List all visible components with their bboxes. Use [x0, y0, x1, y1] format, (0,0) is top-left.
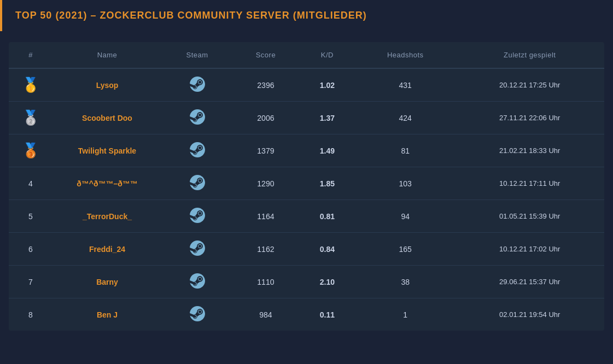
table-header-row: # Name Steam Score K/D Headshots Zuletzt… — [9, 42, 604, 68]
steam-cell[interactable] — [162, 298, 232, 331]
steam-cell[interactable] — [162, 167, 232, 200]
headshots-cell: 165 — [355, 233, 456, 266]
headshots-cell: 81 — [355, 134, 456, 167]
table-row: 4ð™^ð™™–ð™™ 12901.8510310.12.21 17:11 Uh… — [9, 167, 604, 200]
steam-icon — [190, 273, 205, 289]
rank-cell: 7 — [9, 266, 52, 298]
kd-cell: 1.37 — [299, 102, 355, 134]
col-kd: K/D — [299, 42, 355, 68]
score-cell: 1290 — [232, 167, 299, 200]
player-name[interactable]: Scoobert Doo — [52, 102, 162, 134]
table-row: 6Freddi_24 11620.8416510.12.21 17:02 Uhr — [9, 233, 604, 266]
steam-cell[interactable] — [162, 200, 232, 233]
kd-cell: 0.11 — [299, 298, 355, 331]
col-headshots: Headshots — [355, 42, 456, 68]
player-name[interactable]: Barny — [52, 266, 162, 298]
col-last-played: Zuletzt gespielt — [455, 42, 604, 68]
steam-cell[interactable] — [162, 102, 232, 134]
col-name: Name — [52, 42, 162, 68]
steam-icon — [190, 306, 205, 321]
score-cell: 1379 — [232, 134, 299, 167]
rank-cell: 🥉 — [9, 134, 52, 167]
kd-cell: 1.85 — [299, 167, 355, 200]
rank-cell: 4 — [9, 167, 52, 200]
last-played-cell: 21.02.21 18:33 Uhr — [455, 134, 604, 167]
headshots-cell: 431 — [355, 68, 456, 102]
table-row: 7Barny 11102.103829.06.21 15:37 Uhr — [9, 266, 604, 298]
table-wrapper: # Name Steam Score K/D Headshots Zuletzt… — [9, 42, 604, 331]
score-cell: 1110 — [232, 266, 299, 298]
kd-cell: 1.49 — [299, 134, 355, 167]
player-name[interactable]: Lysop — [52, 68, 162, 102]
table-row: 5_TerrorDuck_ 11640.819401.05.21 15:39 U… — [9, 200, 604, 233]
col-rank: # — [9, 42, 52, 68]
table-row: 🥇Lysop 23961.0243120.12.21 17:25 Uhr — [9, 68, 604, 102]
rank-cell: 6 — [9, 233, 52, 266]
headshots-cell: 1 — [355, 298, 456, 331]
steam-icon — [190, 175, 205, 190]
col-score: Score — [232, 42, 299, 68]
player-name[interactable]: Freddi_24 — [52, 233, 162, 266]
table-row: 8Ben J 9840.11102.01.21 19:54 Uhr — [9, 298, 604, 331]
last-played-cell: 02.01.21 19:54 Uhr — [455, 298, 604, 331]
score-cell: 1164 — [232, 200, 299, 233]
medal-gold-icon: 🥇 — [22, 77, 39, 93]
steam-icon — [190, 208, 205, 223]
kd-cell: 0.81 — [299, 200, 355, 233]
player-name[interactable]: ð™^ð™™–ð™™ — [52, 167, 162, 200]
player-name[interactable]: Ben J — [52, 298, 162, 331]
col-steam: Steam — [162, 42, 232, 68]
player-name[interactable]: Twilight Sparkle — [52, 134, 162, 167]
page-header: TOP 50 (2021) – ZOCKERCLUB COMMUNITY SER… — [0, 0, 613, 31]
page-title: TOP 50 (2021) – ZOCKERCLUB COMMUNITY SER… — [15, 10, 600, 21]
kd-cell: 0.84 — [299, 233, 355, 266]
player-name[interactable]: _TerrorDuck_ — [52, 200, 162, 233]
rank-cell: 🥇 — [9, 68, 52, 102]
table-row: 🥉Twilight Sparkle 13791.498121.02.21 18:… — [9, 134, 604, 167]
steam-cell[interactable] — [162, 266, 232, 298]
score-cell: 984 — [232, 298, 299, 331]
score-cell: 1162 — [232, 233, 299, 266]
medal-silver-icon: 🥈 — [22, 109, 39, 126]
last-played-cell: 01.05.21 15:39 Uhr — [455, 200, 604, 233]
steam-cell[interactable] — [162, 233, 232, 266]
steam-icon — [190, 77, 205, 92]
leaderboard-table: # Name Steam Score K/D Headshots Zuletzt… — [9, 42, 604, 331]
rank-cell: 🥈 — [9, 102, 52, 134]
steam-icon — [190, 109, 205, 125]
last-played-cell: 10.12.21 17:11 Uhr — [455, 167, 604, 200]
table-body: 🥇Lysop 23961.0243120.12.21 17:25 Uhr🥈Sco… — [9, 68, 604, 331]
last-played-cell: 10.12.21 17:02 Uhr — [455, 233, 604, 266]
kd-cell: 2.10 — [299, 266, 355, 298]
kd-cell: 1.02 — [299, 68, 355, 102]
headshots-cell: 103 — [355, 167, 456, 200]
score-cell: 2396 — [232, 68, 299, 102]
steam-icon — [190, 142, 205, 157]
medal-bronze-icon: 🥉 — [22, 142, 39, 159]
last-played-cell: 29.06.21 15:37 Uhr — [455, 266, 604, 298]
page-container: TOP 50 (2021) – ZOCKERCLUB COMMUNITY SER… — [0, 0, 613, 331]
rank-cell: 5 — [9, 200, 52, 233]
steam-cell[interactable] — [162, 68, 232, 102]
headshots-cell: 38 — [355, 266, 456, 298]
headshots-cell: 424 — [355, 102, 456, 134]
last-played-cell: 27.11.21 22:06 Uhr — [455, 102, 604, 134]
last-played-cell: 20.12.21 17:25 Uhr — [455, 68, 604, 102]
table-row: 🥈Scoobert Doo 20061.3742427.11.21 22:06 … — [9, 102, 604, 134]
headshots-cell: 94 — [355, 200, 456, 233]
score-cell: 2006 — [232, 102, 299, 134]
steam-cell[interactable] — [162, 134, 232, 167]
rank-cell: 8 — [9, 298, 52, 331]
steam-icon — [190, 240, 205, 256]
